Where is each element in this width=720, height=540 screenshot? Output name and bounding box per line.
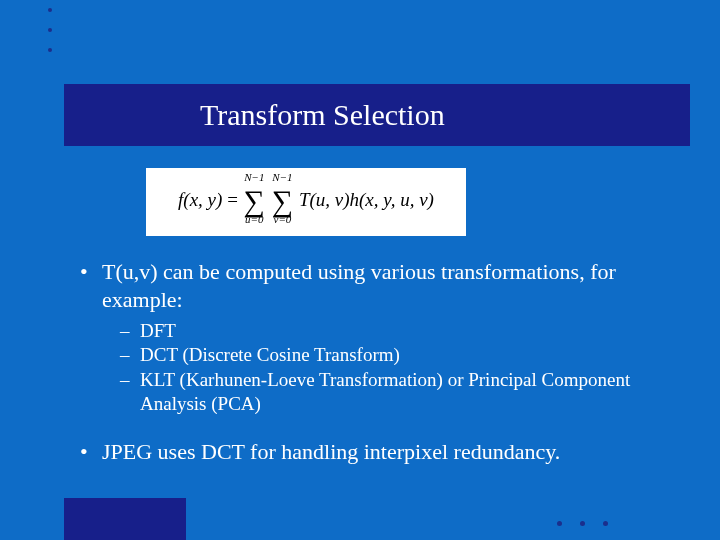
formula: f(x, y) = N−1 ∑ u=0 N−1 ∑ v=0 T(u, v)h(x… (178, 177, 434, 227)
bullet-item: JPEG uses DCT for handling interpixel re… (80, 438, 662, 466)
summation-1: N−1 ∑ u=0 (244, 177, 265, 219)
dot-icon (48, 28, 52, 32)
slide-body: T(u,v) can be computed using various tra… (80, 258, 662, 472)
sub-bullet-item: DCT (Discrete Cosine Transform) (120, 343, 662, 367)
dot-icon (48, 48, 52, 52)
decorative-dots-bottom (557, 521, 608, 526)
sub-bullet-item: KLT (Karhunen-Loeve Transformation) or P… (120, 368, 662, 417)
dot-icon (557, 521, 562, 526)
sub-bullet-item: DFT (120, 319, 662, 343)
sum-lower: u=0 (244, 213, 265, 225)
summation-group: N−1 ∑ u=0 N−1 ∑ v=0 (243, 177, 295, 227)
equals-sign: = (227, 189, 238, 210)
formula-rhs: T(u, v)h(x, y, u, v) (299, 189, 434, 210)
dot-icon (48, 8, 52, 12)
slide-title: Transform Selection (200, 98, 445, 132)
dot-icon (580, 521, 585, 526)
sum-upper: N−1 (244, 171, 265, 183)
summation-2: N−1 ∑ v=0 (272, 177, 293, 219)
sub-list: DFT DCT (Discrete Cosine Transform) KLT … (120, 319, 662, 416)
sum-upper: N−1 (272, 171, 293, 183)
footer-accent (64, 498, 186, 540)
sum-lower: v=0 (272, 213, 293, 225)
dot-icon (603, 521, 608, 526)
formula-box: f(x, y) = N−1 ∑ u=0 N−1 ∑ v=0 T(u, v)h(x… (146, 168, 466, 236)
formula-lhs: f(x, y) (178, 189, 222, 210)
decorative-dots-top (48, 8, 52, 68)
title-bar: Transform Selection (64, 84, 690, 146)
bullet-item: T(u,v) can be computed using various tra… (80, 258, 662, 313)
